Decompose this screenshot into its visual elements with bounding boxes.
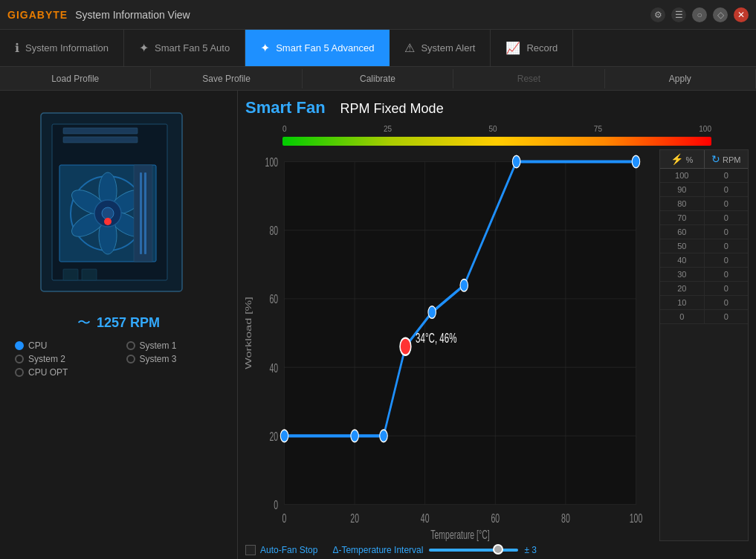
svg-rect-13 [63, 128, 138, 134]
rpm-col-percent: ⚡ % [660, 150, 705, 168]
fan-option-system2[interactable]: System 2 [15, 354, 112, 364]
svg-point-49 [351, 430, 359, 442]
delta-temp-label: Δ-Temperature Interval [332, 545, 423, 555]
radio-cpu-opt[interactable] [15, 368, 24, 377]
titlebar: GIGABYTE System Information View ⚙ ☰ ○ ◇… [0, 0, 756, 30]
tab-system-alert[interactable]: ⚠ System Alert [390, 30, 491, 66]
chart-container: 100 80 60 40 20 0 0 20 40 60 80 100 Temp… [245, 149, 749, 541]
rpm-val-100: 0 [705, 169, 749, 182]
svg-rect-15 [63, 269, 78, 280]
close-icon[interactable]: ✕ [734, 7, 749, 22]
app-title: System Information View [75, 9, 190, 21]
rpm-row-50: 50 0 [660, 239, 748, 253]
rpm-display: 〜 1257 RPM [77, 314, 160, 332]
svg-point-12 [104, 218, 112, 225]
rpm-row-20: 20 0 [660, 282, 748, 296]
svg-rect-16 [82, 269, 97, 280]
calibrate-button[interactable]: Calibrate [303, 69, 453, 88]
svg-rect-14 [63, 137, 138, 143]
chart-header: Smart Fan RPM Fixed Mode [245, 98, 749, 117]
rpm-table: ⚡ % ↻ RPM 100 0 90 0 80 [659, 149, 749, 541]
svg-point-52 [512, 155, 520, 167]
radio-system1[interactable] [126, 341, 135, 350]
svg-point-50 [428, 306, 436, 318]
info-icon: ℹ [15, 41, 19, 55]
right-panel: Smart Fan RPM Fixed Mode 0 25 50 75 100 [238, 91, 756, 559]
toolbar: Load Profile Save Profile Calibrate Rese… [0, 67, 756, 91]
delta-value: ± 3 [524, 545, 537, 555]
svg-text:20: 20 [269, 429, 278, 443]
fan-curve-chart[interactable]: 100 80 60 40 20 0 0 20 40 60 80 100 Temp… [245, 149, 659, 541]
temp-gradient-bar [282, 137, 711, 146]
chart-svg-area: 100 80 60 40 20 0 0 20 40 60 80 100 Temp… [245, 149, 659, 541]
fan-option-system3[interactable]: System 3 [126, 354, 223, 364]
load-profile-button[interactable]: Load Profile [0, 69, 151, 88]
menu-icon[interactable]: ☰ [671, 7, 686, 22]
svg-text:100: 100 [265, 155, 279, 169]
svg-rect-19 [144, 172, 146, 254]
nav-tabs: ℹ System Information ✦ Smart Fan 5 Auto … [0, 30, 756, 67]
tab-smart-fan-auto[interactable]: ✦ Smart Fan 5 Auto [124, 30, 245, 66]
radio-cpu[interactable] [15, 341, 24, 350]
rpm-row-0: 0 0 [660, 310, 748, 324]
svg-text:20: 20 [350, 511, 359, 526]
svg-point-48 [280, 430, 288, 442]
svg-text:Temperature [°C]: Temperature [°C] [430, 527, 489, 541]
tab-system-info[interactable]: ℹ System Information [0, 30, 124, 66]
rpm-row-60: 60 0 [660, 225, 748, 239]
svg-point-56 [380, 430, 388, 442]
rpm-icon: 〜 [77, 314, 91, 332]
svg-point-11 [102, 207, 114, 219]
apply-button[interactable]: Apply [605, 69, 756, 88]
rpm-row-80: 80 0 [660, 197, 748, 211]
radio-system2[interactable] [15, 355, 24, 363]
main-content: 〜 1257 RPM CPU System 1 System 2 System … [0, 91, 756, 559]
pc-illustration [19, 98, 219, 306]
rpm-row-10: 10 0 [660, 296, 748, 310]
reset-button[interactable]: Reset [453, 69, 604, 88]
svg-text:0: 0 [274, 498, 278, 512]
brand-logo: GIGABYTE [7, 9, 68, 21]
minimize-icon[interactable]: ○ [692, 7, 707, 22]
fan-option-cpu-opt[interactable]: CPU OPT [15, 367, 112, 378]
rpm-pct-100: 100 [660, 169, 705, 182]
svg-text:80: 80 [561, 511, 570, 526]
svg-text:60: 60 [491, 511, 500, 526]
bottom-controls: Auto-Fan Stop Δ-Temperature Interval ± 3 [245, 545, 749, 555]
auto-fan-stop-checkbox[interactable] [245, 545, 256, 555]
save-profile-button[interactable]: Save Profile [151, 69, 302, 88]
fan-selectors: CPU System 1 System 2 System 3 CPU OPT [7, 340, 230, 378]
fan-auto-icon: ✦ [139, 41, 149, 55]
rpm-row-100: 100 0 [660, 169, 748, 183]
rpm-row-90: 90 0 [660, 183, 748, 197]
fan-option-system1[interactable]: System 1 [126, 340, 223, 351]
auto-fan-stop-control[interactable]: Auto-Fan Stop [245, 545, 317, 555]
tab-smart-fan-advanced[interactable]: ✦ Smart Fan 5 Advanced [245, 30, 390, 66]
alert-icon: ⚠ [404, 41, 415, 55]
svg-point-54 [400, 338, 411, 355]
tab-record[interactable]: 📈 Record [491, 30, 573, 66]
fan-option-cpu[interactable]: CPU [15, 340, 112, 351]
rpm-row-40: 40 0 [660, 253, 748, 268]
window-controls: ⚙ ☰ ○ ◇ ✕ [650, 7, 749, 22]
svg-text:40: 40 [269, 361, 278, 375]
svg-text:34°C, 46%: 34°C, 46% [416, 331, 456, 346]
svg-text:40: 40 [421, 511, 430, 526]
settings-icon[interactable]: ⚙ [650, 7, 665, 22]
rpm-col-rpm: ↻ RPM [705, 150, 749, 168]
rpm-value: 1257 RPM [97, 315, 160, 331]
rpm-row-70: 70 0 [660, 211, 748, 225]
svg-rect-18 [140, 172, 142, 254]
svg-text:0: 0 [282, 511, 287, 526]
svg-text:60: 60 [269, 292, 278, 306]
radio-system3[interactable] [126, 355, 135, 363]
chart-title-sub: RPM Fixed Mode [340, 101, 444, 117]
svg-text:Workload [%]: Workload [%] [245, 297, 253, 369]
fan-advanced-icon: ✦ [260, 41, 270, 55]
maximize-icon[interactable]: ◇ [713, 7, 728, 22]
delta-temp-slider-thumb[interactable] [493, 544, 503, 555]
svg-rect-17 [134, 165, 152, 262]
svg-text:100: 100 [630, 511, 643, 526]
svg-text:80: 80 [269, 224, 278, 238]
rpm-table-header: ⚡ % ↻ RPM [660, 150, 748, 169]
